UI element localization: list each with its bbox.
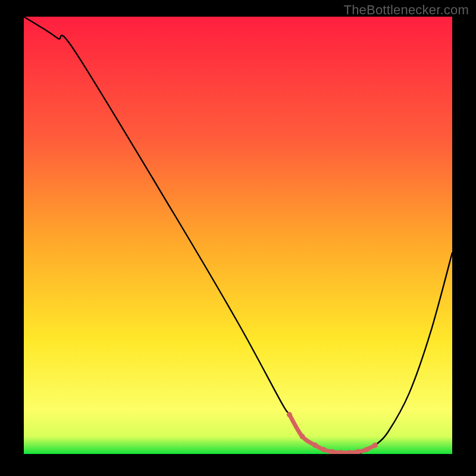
optimal-point-dot	[300, 434, 305, 439]
optimal-point-dot	[372, 443, 378, 448]
plot-frame	[24, 17, 452, 454]
chart-stage: TheBottlenecker.com	[0, 0, 476, 476]
gradient-background	[24, 17, 452, 454]
optimal-point-dot	[364, 447, 369, 452]
bottleneck-chart-svg	[24, 17, 452, 454]
optimal-point-dot	[321, 447, 327, 452]
watermark-text: TheBottlenecker.com	[344, 2, 469, 18]
optimal-point-dot	[312, 443, 318, 448]
optimal-point-dot	[287, 412, 292, 417]
